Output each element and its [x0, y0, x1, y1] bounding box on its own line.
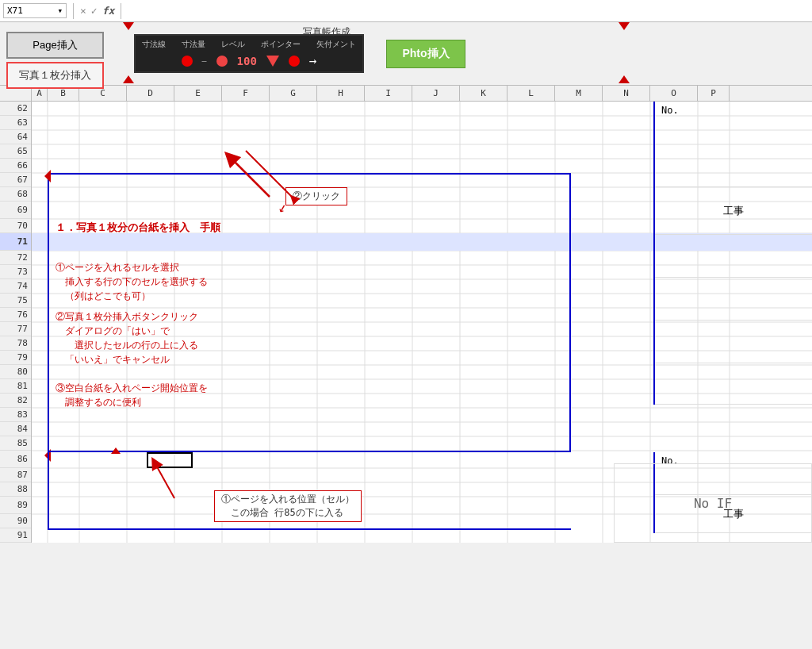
col3-label: レベル — [221, 39, 245, 50]
col-header-g: G — [270, 86, 317, 101]
step2-text: ②写真１枚分挿入ボタンクリック ダイアログの「はい」で 選択したセルの行の上に入… — [56, 309, 198, 367]
col4-label: ポインター — [261, 39, 301, 50]
row-num-88: 88 — [0, 482, 31, 497]
callout-click: ②クリック ↑ — [285, 187, 347, 205]
row-num-75: 75 — [0, 294, 31, 308]
cancel-icon[interactable]: × — [80, 5, 86, 17]
row-num-63: 63 — [0, 116, 31, 130]
row-num-85: 85 — [0, 436, 31, 451]
col-header-e: E — [174, 86, 222, 101]
arrow-icon[interactable]: → — [309, 53, 317, 68]
step1-text: ①ページを入れるセルを選択 挿入する行の下のセルを選択する （列はどこでも可） — [56, 260, 208, 303]
dash-separator: — — [202, 56, 207, 65]
col1-label: 寸法線 — [142, 39, 166, 50]
right-empty-3 — [655, 321, 812, 363]
callout-arrow-svg — [238, 198, 301, 238]
row-num-64: 64 — [0, 130, 31, 144]
red-tri-tl — [44, 170, 51, 182]
cell-ref-value: X71 — [7, 6, 23, 16]
step3-text: ③空白台紙を入れページ開始位置を 調整するのに便利 — [56, 381, 208, 409]
row-num-66: 66 — [0, 159, 31, 173]
row-num-86: 86 — [0, 451, 31, 468]
row-numbers: 62 63 64 65 66 67 68 69 70 71 72 73 74 7… — [0, 102, 32, 543]
row-num-71: 71 — [0, 233, 31, 251]
step3-line2: 調整するのに便利 — [56, 395, 208, 409]
corner-marker-top2 — [619, 22, 630, 30]
koji-text-1: 工事 — [723, 204, 744, 218]
callout2-line2: この場合 行85の下に入る — [221, 506, 354, 520]
right-koji-label: 工事 — [655, 187, 812, 235]
row-num-87: 87 — [0, 468, 31, 482]
fx-icon[interactable]: fx — [102, 5, 115, 17]
row-num-77: 77 — [0, 322, 31, 336]
right-empty-1 — [655, 235, 812, 278]
col-header-k: K — [460, 86, 508, 101]
step1-line2: 挿入する行の下のセルを選択する — [56, 275, 208, 289]
step2-line1: ②写真１枚分挿入ボタンクリック — [56, 309, 198, 324]
col-header-n: N — [603, 86, 650, 101]
dot-orange[interactable] — [216, 56, 228, 67]
formula-icons: × ✓ fx — [80, 5, 114, 17]
dimension-value[interactable]: 100 — [237, 55, 257, 67]
ribbon-group-title: 写真帳作成 — [303, 25, 350, 39]
row-num-69: 69 — [0, 202, 31, 219]
row-num-83: 83 — [0, 408, 31, 422]
pointer-dot[interactable] — [289, 56, 300, 67]
col-header-i: I — [365, 86, 412, 101]
row-num-80: 80 — [0, 365, 31, 379]
dot-red-left[interactable] — [182, 56, 193, 67]
formula-input[interactable] — [128, 5, 809, 17]
level-triangle[interactable] — [266, 56, 279, 67]
row-num-65: 65 — [0, 144, 31, 159]
row-num-90: 90 — [0, 514, 31, 528]
page-insert-button[interactable]: Page挿入 — [6, 32, 104, 59]
no-if-text: No IF — [694, 496, 732, 511]
cell-reference-box[interactable]: X71 ▾ — [3, 3, 67, 18]
ribbon-left-buttons: Page挿入 写真１枚分挿入 — [6, 32, 104, 89]
column-headers: A B C D E F G H I J K L M N O P — [0, 86, 812, 102]
col2-label: 寸法量 — [182, 39, 205, 50]
col-header-p: P — [698, 86, 730, 101]
cell-selector-box[interactable] — [147, 452, 193, 468]
formula-divider2 — [121, 3, 121, 19]
col-header-l: L — [508, 86, 555, 101]
grid-area: 62 63 64 65 66 67 68 69 70 71 72 73 74 7… — [0, 102, 812, 543]
col-header-o: O — [650, 86, 698, 101]
toolbar-controls: — 100 → — [182, 53, 317, 68]
callout2-line1: ①ページを入れる位置（セル） — [221, 493, 354, 506]
row-num-68: 68 — [0, 187, 31, 202]
row-num-74: 74 — [0, 279, 31, 294]
col-header-h: H — [317, 86, 365, 101]
grid-content[interactable]: ②クリック ↑ — [32, 102, 812, 543]
spreadsheet-app: X71 ▾ × ✓ fx 写真帳作成 Page挿入 写真１枚分挿入 寸法線 寸法… — [0, 0, 812, 649]
row-num-84: 84 — [0, 422, 31, 436]
step3-line1: ③空白台紙を入れページ開始位置を — [56, 381, 208, 395]
confirm-icon[interactable]: ✓ — [91, 5, 98, 17]
step2-line2: ダイアログの「はい」で — [56, 324, 198, 338]
row-num-79: 79 — [0, 351, 31, 365]
dimension-toolbar: 寸法線 寸法量 レベル ポインター 矢付メント — 100 → — [134, 34, 364, 73]
row-num-78: 78 — [0, 336, 31, 351]
right-empty-2 — [655, 278, 812, 321]
col-header-m: M — [555, 86, 603, 101]
row-num-72: 72 — [0, 251, 31, 265]
callout-2: ①ページを入れる位置（セル） この場合 行85の下に入る — [214, 490, 362, 522]
col-header-f: F — [222, 86, 270, 101]
corner-marker-top — [123, 22, 134, 30]
row-num-70: 70 — [0, 219, 31, 233]
step2-line3: 選択したセルの行の上に入る — [56, 338, 198, 352]
row-num-89: 89 — [0, 497, 31, 514]
row-num-62: 62 — [0, 102, 31, 116]
row-num-81: 81 — [0, 379, 31, 394]
photo-1page-insert-button[interactable]: 写真１枚分挿入 — [6, 62, 104, 89]
row-num-76: 76 — [0, 308, 31, 322]
phto-insert-button[interactable]: Phto挿入 — [386, 40, 465, 68]
ribbon-toolbar: 写真帳作成 Page挿入 写真１枚分挿入 寸法線 寸法量 レベル ポインター 矢… — [0, 22, 812, 86]
step-title: １．写真１枚分の台紙を挿入 手順 — [56, 221, 220, 235]
no-text-1: No. — [661, 105, 679, 116]
corner-marker-bottom2 — [619, 75, 630, 83]
row-num-82: 82 — [0, 394, 31, 408]
formula-divider — [73, 3, 74, 19]
col-header-j: J — [412, 86, 460, 101]
red-tri-section2 — [111, 447, 121, 454]
